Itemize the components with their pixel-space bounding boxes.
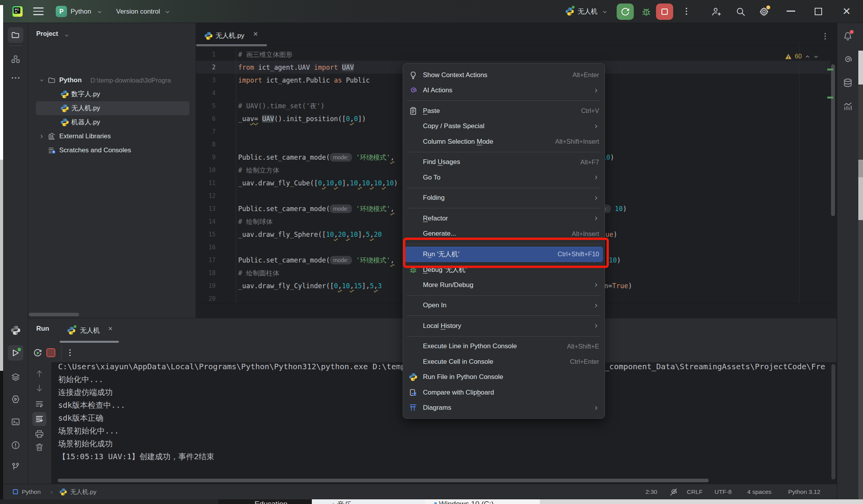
menu-item[interactable]: Refactor [403,211,605,226]
console-vscrollbar[interactable] [831,364,835,479]
console-hscrollbar[interactable] [58,479,709,482]
menu-item[interactable]: Compare with Clipboard [403,385,605,400]
breadcrumb-root[interactable]: Python [22,484,41,500]
code-line[interactable]: # 绘制球体 [238,215,272,228]
inspections-widget[interactable]: 60 [785,50,819,63]
project-tree-row[interactable]: 数字人.py [28,87,196,101]
menu-item[interactable]: Run File in Python Console [403,370,605,385]
menu-item[interactable]: Execute Cell in ConsoleCtrl+Enter [403,354,605,370]
terminal-tool-button[interactable] [8,414,23,430]
breadcrumb-file[interactable]: 无人机.py [70,484,96,500]
stop-icon[interactable] [46,348,55,357]
code-line[interactable]: # 绘制圆柱体 [238,267,279,280]
menu-item[interactable]: Find UsagesAlt+F7 [403,155,605,170]
problems-tool-button[interactable] [8,437,23,453]
editor-options-icon[interactable] [821,32,829,40]
menu-item[interactable]: Open In [403,298,605,314]
code-line[interactable]: _uav.draw_fly_Sphere([10,20,10],5,20 [238,228,382,241]
project-tree-row[interactable]: External Libraries [28,129,196,143]
menu-item[interactable]: More Run/Debug [403,277,605,293]
run-button[interactable] [617,4,634,20]
project-panel-title[interactable]: Project [36,30,58,37]
python-console-tool-button[interactable] [8,322,23,338]
database-button[interactable] [840,75,856,91]
vcs-widget[interactable]: Version control [116,0,160,23]
project-tree-row[interactable]: 无人机.py [28,101,196,115]
project-tree-row[interactable]: 机器人.py [28,115,196,129]
services-tool-button[interactable] [8,369,23,385]
scroll-to-end-button[interactable] [32,412,46,426]
hamburger-menu-icon[interactable] [33,7,44,15]
rerun-icon[interactable] [33,348,42,358]
code-with-me-icon[interactable] [711,7,721,17]
project-tree-row[interactable]: Scratches and Consoles [28,143,196,157]
editor-tab-close-icon[interactable]: ✕ [253,30,258,38]
interpreter-widget[interactable]: Python 3.12 [788,484,821,500]
ai-assistant-status-icon[interactable] [669,487,678,497]
debug-button[interactable] [641,7,651,17]
line-ending-widget[interactable]: CRLF [687,484,702,500]
menu-item[interactable]: Copy / Paste Special [403,119,605,134]
next-warning-icon[interactable] [813,54,819,60]
run-config-selector[interactable]: 无人机 [578,0,598,23]
menu-item[interactable]: Diagrams [403,400,605,416]
menu-item[interactable]: Column Selection ModeAlt+Shift+Insert [403,134,605,150]
menu-item[interactable]: Execute Line in Python ConsoleAlt+Shift+… [403,339,605,354]
run-tab-label[interactable]: 无人机 [80,326,100,335]
code-line[interactable]: import ict_agent.Public as Public [238,74,370,87]
code-line[interactable]: Public.set_camera_mode(mode: '环绕模式', [238,254,394,267]
minimize-button[interactable] [787,11,795,12]
menu-item[interactable]: AI Actions [403,83,605,99]
clear-all-icon[interactable] [35,442,44,452]
menu-item[interactable]: Local History [403,318,605,334]
code-line-tail[interactable]: 10) [609,254,621,267]
print-icon[interactable] [35,429,44,439]
chevron-down-icon[interactable] [39,78,44,83]
search-everywhere-icon[interactable] [736,7,746,17]
project-panel-hscrollbar[interactable] [29,313,79,316]
code-line-tail[interactable]: n: 10) [602,203,627,215]
close-button[interactable]: ✕ [841,6,852,17]
code-line[interactable]: from ict_agent.UAV import UAV [238,61,354,74]
code-line[interactable]: # 绘制立方体 [238,164,279,177]
code-line[interactable]: Public.set_camera_mode(mode: '环绕模式', [238,151,394,164]
project-tool-button[interactable] [8,27,23,43]
code-line[interactable]: _uav= UAV().init_position([0,0]) [238,113,366,125]
soft-wrap-icon[interactable] [35,399,44,409]
menu-item[interactable]: Folding [403,190,605,206]
indent-widget[interactable]: 4 spaces [747,484,771,500]
run-tool-button[interactable] [8,345,23,361]
chevron-right-icon[interactable] [39,134,44,139]
caret-position[interactable]: 2:30 [645,484,657,500]
more-tools-button[interactable] [8,70,23,86]
project-badge[interactable]: P [56,6,67,17]
notifications-button[interactable] [840,28,856,44]
run-panel-title[interactable]: Run [36,325,49,333]
ai-assistant-button[interactable] [840,52,856,67]
editor-scrollbar[interactable] [831,64,835,216]
prev-warning-icon[interactable] [805,54,810,60]
code-line[interactable]: # UAV().time_set('夜') [238,100,325,113]
menu-item[interactable]: Show Context ActionsAlt+Enter [403,67,605,83]
editor-tab-label[interactable]: 无人机.py [216,31,244,40]
structure-tool-button[interactable] [8,51,23,67]
code-line[interactable]: # 画三维立体图形 [238,48,292,61]
version-control-tool-button[interactable] [8,459,23,474]
project-selector[interactable]: Python [71,0,91,23]
encoding-widget[interactable]: UTF-8 [714,484,732,500]
menu-item[interactable]: PasteCtrl+V [403,103,605,119]
endpoints-button[interactable] [840,99,856,114]
stop-button[interactable] [656,4,673,20]
code-line[interactable]: _uav.draw_fly_Cube([0,10,0],10,10,10,10) [238,177,398,190]
run-anything-tool-button[interactable] [8,391,23,407]
code-line[interactable]: Public.set_camera_mode(mode: '环绕模式', [238,203,394,215]
run-tab-close-icon[interactable]: ✕ [108,325,113,332]
project-tree-row[interactable]: PythonD:\temp-download\3dProgra [28,73,196,87]
menu-item[interactable]: Go To [403,170,605,185]
code-line[interactable]: _uav.draw_fly_Cylinder([0,10,15],5,3 [238,280,382,293]
code-line-tail[interactable]: n=True) [604,280,632,293]
up-stacktrace-icon[interactable] [35,369,44,378]
more-actions-icon[interactable] [682,7,691,16]
maximize-button[interactable] [815,8,822,15]
run-options-icon[interactable] [66,349,74,357]
